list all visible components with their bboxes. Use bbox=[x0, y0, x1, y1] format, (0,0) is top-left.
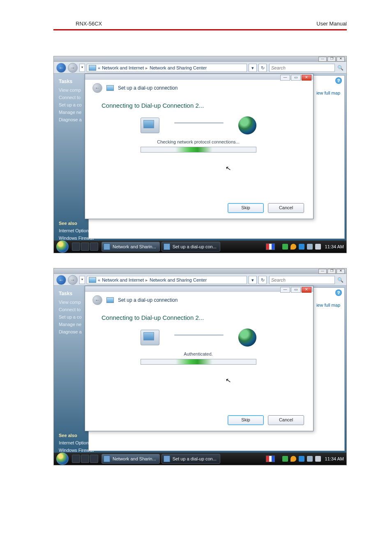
taskbar-item-dialup-wizard[interactable]: Set up a dial-up con... bbox=[161, 454, 220, 464]
sidebar-item-set-up-connection[interactable]: Set up a co bbox=[59, 314, 88, 319]
outer-restore-button[interactable]: ❐ bbox=[327, 269, 336, 274]
taskbar-item-dialup-wizard[interactable]: Set up a dial-up con... bbox=[161, 242, 220, 252]
nav-back-button[interactable]: ← bbox=[56, 63, 66, 73]
tray-monitor-icon[interactable] bbox=[307, 456, 313, 462]
wire-icon bbox=[174, 335, 224, 335]
tray-network-icon[interactable] bbox=[299, 456, 304, 462]
tray-security-icon[interactable] bbox=[291, 456, 296, 462]
tray-volume-icon[interactable] bbox=[315, 456, 321, 462]
sidebar-item-set-up-connection[interactable]: Set up a co bbox=[59, 102, 88, 107]
view-full-map-link[interactable]: iew full map bbox=[316, 303, 340, 308]
chevron-right-icon: ▸ bbox=[145, 65, 148, 71]
tray-monitor-icon[interactable] bbox=[307, 244, 313, 250]
help-icon[interactable]: ? bbox=[335, 77, 342, 84]
cursor-icon: ↖ bbox=[225, 376, 231, 385]
chevron-right-icon: ▸ bbox=[145, 278, 148, 283]
breadcrumb-seg-1[interactable]: Network and Internet bbox=[102, 65, 144, 70]
dialog-heading: Connecting to Dial-up Connection 2... bbox=[101, 314, 304, 321]
quick-launch-switch-windows[interactable] bbox=[81, 455, 89, 463]
skip-button[interactable]: Skip bbox=[228, 203, 264, 213]
breadcrumb-seg-2[interactable]: Network and Sharing Center bbox=[150, 65, 207, 70]
sidebar-item-manage-network[interactable]: Manage ne bbox=[59, 110, 88, 115]
address-bar: ← → ▾ « Network and Internet ▸ Network a… bbox=[54, 274, 346, 286]
sidebar-item-view-computers[interactable]: View comp bbox=[59, 88, 88, 92]
outer-minimize-button[interactable]: — bbox=[318, 57, 327, 62]
quick-launch-show-desktop[interactable] bbox=[72, 243, 80, 251]
dialog-status-text: Authenticated. bbox=[92, 352, 304, 356]
tray-safely-remove-icon[interactable] bbox=[282, 244, 288, 250]
breadcrumb-dropdown[interactable]: ▾ bbox=[249, 276, 257, 284]
cancel-button[interactable]: Cancel bbox=[268, 415, 304, 425]
breadcrumb-seg-2[interactable]: Network and Sharing Center bbox=[150, 278, 207, 282]
taskbar-item-network-sharing[interactable]: Network and Sharin... bbox=[101, 242, 160, 252]
screenshot-2: — ❐ ✕ ← → ▾ « Network and Internet ▸ Net… bbox=[53, 268, 347, 465]
taskbar-item-network-sharing[interactable]: Network and Sharin... bbox=[101, 454, 160, 464]
start-button[interactable] bbox=[56, 240, 69, 253]
sidebar-heading-tasks: Tasks bbox=[59, 79, 88, 84]
address-bar: ← → ▾ « Network and Internet ▸ Network a… bbox=[54, 62, 346, 74]
refresh-button[interactable]: ↻ bbox=[258, 276, 267, 284]
view-full-map-link[interactable]: iew full map bbox=[316, 90, 340, 95]
nav-history-dropdown[interactable]: ▾ bbox=[79, 276, 85, 284]
refresh-button[interactable]: ↻ bbox=[258, 64, 267, 72]
doc-manual-label: User Manual bbox=[316, 21, 347, 27]
nav-back-button[interactable]: ← bbox=[56, 275, 66, 285]
taskbar-clock[interactable]: 11:34 AM bbox=[325, 456, 344, 461]
language-indicator[interactable] bbox=[266, 456, 275, 462]
sidebar-item-diagnose[interactable]: Diagnose a bbox=[59, 329, 88, 334]
search-input[interactable]: Search bbox=[269, 64, 335, 72]
system-tray: 11:34 AM bbox=[266, 243, 344, 250]
nav-history-dropdown[interactable]: ▾ bbox=[79, 64, 85, 72]
breadcrumb[interactable]: « Network and Internet ▸ Network and Sha… bbox=[87, 276, 247, 284]
outer-close-button[interactable]: ✕ bbox=[337, 57, 345, 62]
breadcrumb[interactable]: « Network and Internet ▸ Network and Sha… bbox=[87, 64, 247, 72]
progress-bar bbox=[141, 147, 256, 153]
dialog-back-button[interactable]: ← bbox=[92, 83, 102, 93]
quick-launch-ie[interactable] bbox=[90, 455, 98, 463]
progress-fill bbox=[175, 359, 212, 364]
tray-network-icon[interactable] bbox=[299, 244, 304, 250]
progress-bar bbox=[141, 359, 256, 365]
dialog-title: Set up a dial-up connection bbox=[118, 297, 178, 303]
outer-minimize-button[interactable]: — bbox=[318, 269, 327, 274]
quick-launch-switch-windows[interactable] bbox=[81, 243, 89, 251]
quick-launch-show-desktop[interactable] bbox=[72, 455, 80, 463]
breadcrumb-dropdown[interactable]: ▾ bbox=[249, 64, 257, 72]
tray-security-icon[interactable] bbox=[291, 244, 296, 250]
dialup-wizard-icon bbox=[164, 243, 170, 250]
sidebar-item-manage-network[interactable]: Manage ne bbox=[59, 322, 88, 327]
dialog-heading: Connecting to Dial-up Connection 2... bbox=[101, 102, 304, 109]
sidebar-item-diagnose[interactable]: Diagnose a bbox=[59, 117, 88, 122]
taskbar-clock[interactable]: 11:34 AM bbox=[325, 244, 344, 249]
nav-forward-button[interactable]: → bbox=[68, 275, 78, 285]
language-indicator[interactable] bbox=[266, 243, 275, 250]
tasks-sidebar: Tasks View comp Connect to Set up a co M… bbox=[54, 286, 88, 453]
sidebar-item-internet-options[interactable]: Internet Options bbox=[59, 228, 88, 233]
help-icon[interactable]: ? bbox=[335, 289, 342, 296]
sidebar-item-windows-firewall[interactable]: Windows Firewall bbox=[59, 236, 88, 240]
cancel-button[interactable]: Cancel bbox=[268, 203, 304, 213]
sidebar-item-connect-to[interactable]: Connect to bbox=[59, 307, 88, 312]
tray-safely-remove-icon[interactable] bbox=[282, 456, 288, 462]
search-icon: 🔍 bbox=[337, 276, 344, 284]
breadcrumb-seg-1[interactable]: Network and Internet bbox=[102, 278, 144, 282]
sidebar-item-internet-options[interactable]: Internet Options bbox=[59, 440, 88, 445]
tray-volume-icon[interactable] bbox=[315, 244, 321, 250]
dialog-back-button[interactable]: ← bbox=[92, 295, 102, 305]
nav-forward-button[interactable]: → bbox=[68, 63, 78, 73]
start-button[interactable] bbox=[56, 453, 69, 465]
breadcrumb-prefix: « bbox=[98, 278, 100, 282]
quick-launch-ie[interactable] bbox=[90, 243, 98, 251]
skip-button[interactable]: Skip bbox=[228, 415, 264, 425]
sidebar-item-windows-firewall[interactable]: Windows Firewall bbox=[59, 448, 88, 453]
taskbar: Network and Sharin... Set up a dial-up c… bbox=[54, 453, 346, 465]
sidebar-item-connect-to[interactable]: Connect to bbox=[59, 95, 88, 100]
search-input[interactable]: Search bbox=[269, 276, 335, 284]
globe-icon bbox=[238, 328, 256, 347]
wire-icon bbox=[174, 123, 224, 123]
outer-restore-button[interactable]: ❐ bbox=[327, 57, 336, 62]
outer-close-button[interactable]: ✕ bbox=[337, 269, 345, 274]
sidebar-item-view-computers[interactable]: View comp bbox=[59, 300, 88, 305]
breadcrumb-prefix: « bbox=[98, 65, 100, 70]
system-tray: 11:34 AM bbox=[266, 456, 344, 462]
